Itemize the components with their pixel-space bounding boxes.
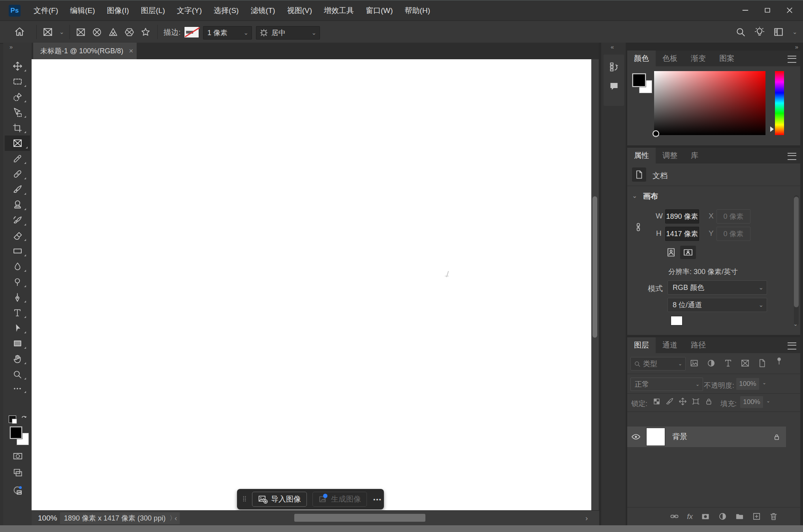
landscape-orientation-button[interactable]: [680, 246, 696, 259]
selection-brush-tool[interactable]: [6, 89, 28, 105]
layer-thumbnail[interactable]: [646, 428, 665, 446]
taskbar-more-button[interactable]: •••: [373, 496, 382, 503]
vertical-scrollbar[interactable]: [591, 59, 599, 510]
comments-panel-button[interactable]: [604, 72, 624, 92]
lock-position-icon[interactable]: [679, 397, 687, 406]
hue-slider[interactable]: [775, 71, 784, 135]
menu-image[interactable]: 图像(I): [101, 0, 135, 21]
rect-frame-icon[interactable]: [76, 27, 86, 37]
gradient-tool[interactable]: [6, 243, 28, 259]
section-collapse-icon[interactable]: ⌄: [632, 192, 637, 199]
move-tool[interactable]: [6, 58, 28, 74]
filter-shape-icon[interactable]: [741, 359, 750, 368]
object-selection-tool[interactable]: [6, 105, 28, 120]
opacity-value[interactable]: 100%: [736, 378, 759, 390]
layer-style-fx-icon[interactable]: fx: [687, 512, 693, 521]
foreground-color-swatch[interactable]: [10, 427, 22, 439]
type-tool[interactable]: [6, 305, 28, 320]
shape-tool[interactable]: [6, 336, 28, 351]
edit-toolbar-button[interactable]: [6, 382, 28, 395]
eyedropper-tool[interactable]: [6, 151, 28, 166]
scroll-right-icon[interactable]: ›: [585, 514, 588, 523]
swap-colors-icon[interactable]: [20, 414, 29, 423]
minimize-button[interactable]: [734, 4, 756, 17]
star-frame-icon[interactable]: [141, 27, 150, 37]
lock-pixels-icon[interactable]: [666, 397, 674, 406]
stroke-width-select[interactable]: 1 像素 ⌄: [203, 26, 252, 39]
frame-tool[interactable]: [5, 135, 30, 151]
new-group-folder-icon[interactable]: [735, 512, 744, 521]
chevron-down-icon[interactable]: ⌄: [792, 28, 797, 36]
height-field[interactable]: 1417 像素: [665, 227, 699, 241]
taskbar-grip[interactable]: [237, 494, 250, 504]
lock-artboard-icon[interactable]: [692, 397, 700, 406]
dock-collapse-icon[interactable]: »: [795, 43, 797, 50]
panel-menu-icon[interactable]: [788, 153, 796, 160]
toolbar-expand-icon[interactable]: »: [9, 43, 12, 50]
panel-scrollbar[interactable]: [794, 195, 799, 325]
y-field[interactable]: 0 像素: [716, 227, 750, 241]
crop-tool[interactable]: [6, 120, 28, 135]
history-panel-button[interactable]: [604, 55, 624, 72]
quick-mask-button[interactable]: [13, 451, 23, 461]
tab-paths[interactable]: 路径: [684, 337, 713, 353]
filter-type-icon[interactable]: [724, 359, 733, 368]
default-colors-icon[interactable]: [9, 415, 16, 423]
fill-value[interactable]: 100%: [740, 396, 763, 408]
marquee-tool[interactable]: [6, 74, 28, 89]
tab-close-icon[interactable]: ×: [129, 47, 133, 55]
bit-depth-select[interactable]: 8 位/通道 ⌄: [668, 298, 767, 312]
menu-filter[interactable]: 滤镜(T): [244, 0, 281, 21]
clone-stamp-tool[interactable]: [6, 197, 28, 212]
menu-type[interactable]: 文字(Y): [171, 0, 208, 21]
tab-channels[interactable]: 通道: [656, 337, 684, 353]
zoom-tool[interactable]: [6, 367, 28, 382]
stroke-color-swatch[interactable]: [184, 26, 199, 38]
align-select[interactable]: 居中 ⌄: [256, 26, 320, 39]
document-tab[interactable]: 未标题-1 @ 100%(RGB/8) ×: [33, 43, 137, 59]
menu-select[interactable]: 选择(S): [208, 0, 244, 21]
link-layers-icon[interactable]: [670, 512, 679, 521]
document-info[interactable]: 1890 像素 x 1417 像素 (300 ppi) 〉: [60, 512, 180, 524]
maximize-button[interactable]: [756, 4, 779, 17]
canvas-color-swatch[interactable]: [671, 316, 683, 325]
scroll-left-icon[interactable]: ‹: [175, 514, 177, 523]
panel-scroll-chevron-icon[interactable]: ⌄: [793, 321, 798, 327]
tab-color[interactable]: 颜色: [627, 51, 656, 66]
dodge-tool[interactable]: [6, 274, 28, 289]
layer-lock-icon[interactable]: [773, 433, 780, 441]
search-icon[interactable]: [735, 27, 746, 37]
generate-image-button[interactable]: 生成图像: [312, 492, 367, 507]
horizontal-scrollbar-thumb[interactable]: [294, 514, 425, 522]
delete-layer-trash-icon[interactable]: [769, 512, 778, 521]
fg-color-swatch[interactable]: [632, 73, 646, 87]
hand-tool[interactable]: [6, 351, 28, 367]
blur-tool[interactable]: [6, 259, 28, 274]
vertical-scrollbar-thumb[interactable]: [592, 196, 597, 338]
menu-plugins[interactable]: 增效工具: [318, 0, 360, 21]
spot-healing-tool[interactable]: [6, 166, 28, 182]
color-mode-select[interactable]: RGB 颜色 ⌄: [668, 280, 767, 295]
sync-share-button[interactable]: [12, 485, 23, 496]
path-selection-tool[interactable]: [6, 320, 28, 336]
lock-all-icon[interactable]: [705, 397, 713, 406]
strip-expand-icon[interactable]: «: [611, 43, 613, 50]
new-adjustment-layer-icon[interactable]: [718, 512, 727, 521]
layer-name[interactable]: 背景: [672, 432, 687, 442]
menu-window[interactable]: 窗口(W): [360, 0, 399, 21]
x-field[interactable]: 0 像素: [716, 209, 750, 224]
filter-smart-object-icon[interactable]: [758, 359, 767, 368]
tool-preset-button[interactable]: ⌄: [43, 27, 68, 37]
home-button[interactable]: [14, 26, 25, 37]
panel-scrollbar-thumb[interactable]: [794, 197, 799, 307]
layer-filter-search[interactable]: 类型 ⌄: [630, 357, 686, 370]
filter-image-icon[interactable]: [690, 359, 699, 368]
chevron-down-icon[interactable]: ⌄: [766, 398, 770, 404]
tab-adjustments[interactable]: 调整: [656, 148, 684, 164]
layer-visibility-toggle[interactable]: [627, 432, 645, 442]
saturation-brightness-field[interactable]: [654, 71, 765, 135]
filter-toggle-pin-icon[interactable]: [775, 356, 784, 365]
add-mask-icon[interactable]: [701, 512, 710, 521]
new-layer-icon[interactable]: [752, 512, 761, 521]
zoom-level[interactable]: 100%: [38, 514, 57, 523]
